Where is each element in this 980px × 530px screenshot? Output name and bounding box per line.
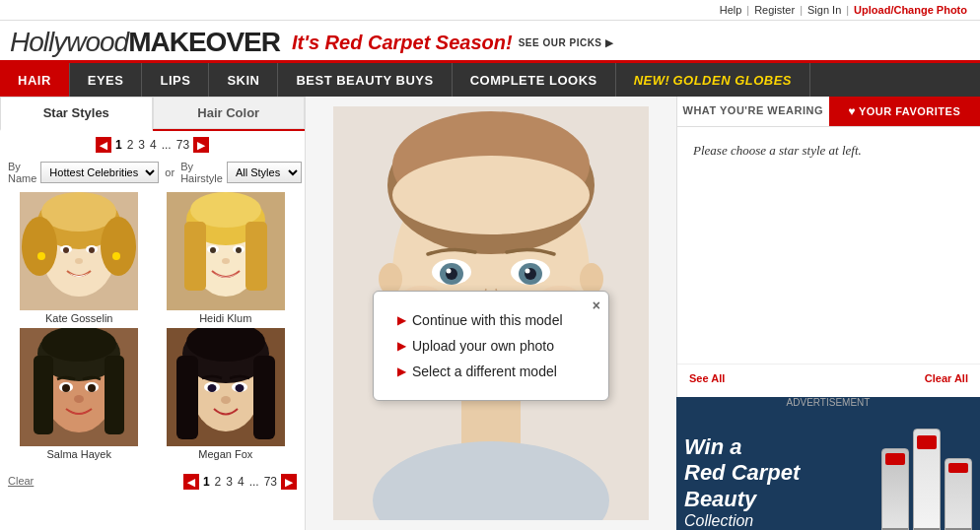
svg-point-21	[210, 247, 216, 253]
nav-skin[interactable]: SKIN	[209, 63, 278, 97]
sep3: |	[846, 4, 849, 16]
svg-rect-39	[176, 356, 198, 439]
ad-win: Win a	[684, 434, 800, 460]
popup-option-different[interactable]: ▶ Select a different model	[397, 359, 585, 384]
tab-hair-color[interactable]: Hair Color	[153, 97, 306, 129]
popup-close-btn[interactable]: ×	[593, 298, 600, 313]
tab-what-wearing[interactable]: WHAT YOU'RE WEARING	[677, 97, 829, 126]
popup-option-continue[interactable]: ▶ Continue with this model	[397, 307, 585, 333]
page-3-bottom[interactable]: 3	[226, 475, 233, 489]
prev-page-btn[interactable]: ◀	[96, 137, 111, 153]
svg-point-62	[525, 269, 530, 274]
svg-point-12	[112, 252, 120, 260]
page-73-bottom[interactable]: 73	[264, 475, 277, 489]
ad-area: ADVERTISEMENT Win a Red Carpet Beauty Co…	[676, 397, 980, 530]
ad-products	[881, 429, 972, 531]
next-page-btn-bottom[interactable]: ▶	[281, 474, 297, 490]
next-page-btn[interactable]: ▶	[193, 137, 209, 153]
celeb-item-megan[interactable]: Megan Fox	[155, 328, 298, 460]
clear-all-link[interactable]: Clear All	[925, 372, 968, 384]
new-badge: NEW!	[634, 73, 670, 88]
logo-makeover: MAKEOVER	[128, 27, 280, 58]
celeb-svg-kate	[20, 192, 138, 310]
product-1-label	[885, 453, 905, 465]
svg-point-33	[88, 384, 96, 392]
celeb-name-heidi: Heidi Klum	[199, 312, 251, 324]
celeb-item-heidi[interactable]: Heidi Klum	[155, 192, 298, 324]
celeb-name-salma: Salma Hayek	[47, 448, 111, 460]
svg-point-4	[22, 217, 57, 276]
svg-rect-29	[105, 356, 124, 434]
celeb-svg-salma	[20, 328, 138, 446]
page-2-bottom[interactable]: 2	[215, 475, 222, 489]
logo-hollywood: Hollywood	[10, 27, 128, 58]
celeb-item-kate[interactable]: Kate Gosselin	[8, 192, 151, 324]
right-content: Please choose a star style at left.	[677, 127, 980, 174]
register-link[interactable]: Register	[754, 4, 795, 16]
tab-star-styles[interactable]: Star Styles	[0, 97, 153, 131]
svg-point-61	[447, 269, 452, 274]
svg-point-11	[37, 252, 45, 260]
popup-arrow-different: ▶	[397, 364, 406, 378]
product-3-label	[948, 463, 968, 473]
ad-red-carpet: Red Carpet	[684, 460, 800, 486]
nav-lips[interactable]: LIPS	[142, 63, 209, 97]
celeb-photo-megan	[167, 328, 285, 446]
page-1[interactable]: 1	[115, 138, 122, 152]
svg-rect-28	[34, 356, 53, 434]
tab-your-favorites[interactable]: ♥ YOUR FAVORITES	[829, 97, 981, 126]
logo-arrow: ▶	[605, 37, 614, 48]
nav-hair[interactable]: HAIR	[0, 63, 70, 97]
svg-point-8	[63, 247, 69, 253]
page-1-bottom[interactable]: 1	[203, 475, 210, 489]
right-panel: WHAT YOU'RE WEARING ♥ YOUR FAVORITES Ple…	[676, 97, 980, 530]
popup-dialog: × ▶ Continue with this model ▶ Upload yo…	[373, 291, 609, 401]
help-link[interactable]: Help	[720, 4, 742, 16]
left-panel: Star Styles Hair Color ◀ 1 2 3 4 ... 73 …	[0, 97, 306, 530]
page-4-bottom[interactable]: 4	[238, 475, 245, 489]
svg-point-44	[235, 384, 244, 392]
svg-rect-18	[245, 222, 267, 291]
pagination-top: ◀ 1 2 3 4 ... 73 ▶	[0, 131, 305, 157]
filter-name-select[interactable]: Hottest Celebrities A-Z Z-A	[40, 162, 159, 183]
popup-option-upload[interactable]: ▶ Upload your own photo	[397, 333, 585, 359]
filter-by-hairstyle-label: By Hairstyle	[180, 161, 223, 184]
svg-rect-17	[184, 222, 206, 291]
nav-golden-globes[interactable]: NEW! GOLDEN GLOBES	[616, 63, 810, 97]
ad-container: ADVERTISEMENT Win a Red Carpet Beauty Co…	[676, 397, 980, 530]
svg-point-34	[74, 395, 84, 403]
popup-arrow-continue: ▶	[397, 313, 406, 327]
see-all-link[interactable]: See All	[689, 372, 725, 384]
nav-eyes[interactable]: EYES	[70, 63, 143, 97]
nav-golden-globes-label: GOLDEN GLOBES	[672, 73, 792, 88]
popup-arrow-upload: ▶	[397, 339, 406, 353]
celeb-name-kate: Kate Gosselin	[45, 312, 112, 324]
clear-link[interactable]: Clear	[8, 475, 34, 487]
sep1: |	[746, 4, 749, 16]
celeb-item-salma[interactable]: Salma Hayek	[8, 328, 151, 460]
bottom-bar: Clear ◀ 1 2 3 4 ... 73 ▶	[0, 464, 305, 497]
product-2	[913, 429, 941, 531]
center-panel: × ▶ Continue with this model ▶ Upload yo…	[306, 97, 676, 530]
prev-page-btn-bottom[interactable]: ◀	[183, 474, 199, 490]
product-2-label	[917, 435, 937, 449]
page-2[interactable]: 2	[127, 138, 134, 152]
nav-complete-looks[interactable]: COMPLETE LOOKS	[453, 63, 616, 97]
page-73[interactable]: 73	[176, 138, 189, 152]
signin-link[interactable]: Sign In	[807, 4, 841, 16]
svg-rect-40	[253, 356, 275, 439]
svg-point-52	[392, 156, 590, 234]
svg-point-5	[101, 217, 136, 276]
empty-message: Please choose a star style at left.	[693, 143, 964, 159]
filter-style-select[interactable]: All Styles Short Medium Long	[227, 162, 302, 183]
page-ellipsis-bottom: ...	[249, 475, 259, 489]
nav-best-beauty-buys[interactable]: BEST BEAUTY BUYS	[278, 63, 452, 97]
logo-see-picks[interactable]: SEE OUR PICKS ▶	[519, 37, 614, 48]
ad-text: Win a Red Carpet Beauty Collection	[684, 434, 800, 530]
model-photo-area: × ▶ Continue with this model ▶ Upload yo…	[306, 97, 676, 530]
page-4[interactable]: 4	[150, 138, 157, 152]
ad-label: ADVERTISEMENT	[676, 397, 980, 411]
sep2: |	[800, 4, 803, 16]
page-3[interactable]: 3	[138, 138, 145, 152]
upload-link[interactable]: Upload/Change Photo	[854, 4, 967, 16]
